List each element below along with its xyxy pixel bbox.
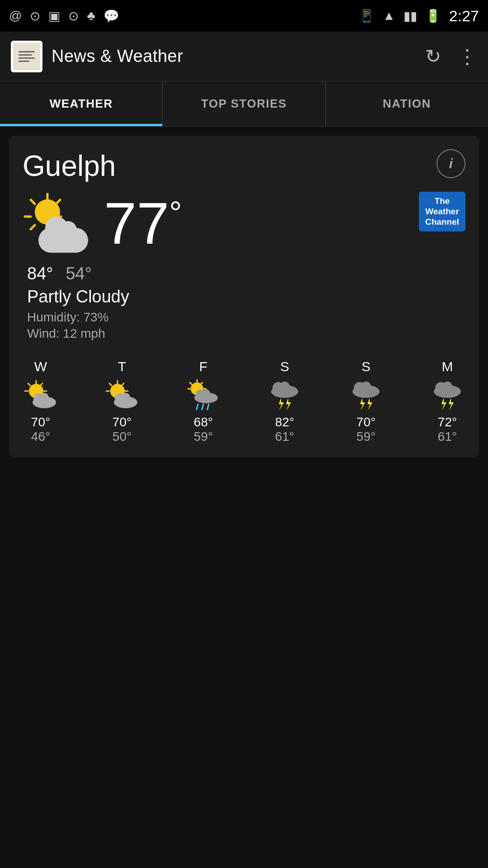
svg-point-48 xyxy=(361,382,371,392)
refresh-icon[interactable]: ↻ xyxy=(425,45,441,67)
svg-line-14 xyxy=(40,383,42,386)
svg-line-24 xyxy=(122,383,124,386)
tab-nation[interactable]: NATION xyxy=(326,81,488,126)
steam-icon: ⊙ xyxy=(30,9,40,24)
at-icon: @ xyxy=(9,9,22,23)
humidity: Humidity: 73% xyxy=(27,310,465,325)
svg-line-6 xyxy=(31,225,35,229)
svg-point-28 xyxy=(121,393,130,402)
forecast-temps-m: 72° 61° xyxy=(438,415,457,444)
forecast-icon-w xyxy=(23,379,59,410)
forecast-day-t1: T 70° xyxy=(104,359,140,444)
app-title: News & Weather xyxy=(52,47,425,66)
weather-channel-badge: TheWeatherChannel xyxy=(419,192,465,231)
svg-line-38 xyxy=(197,404,198,410)
high-temp: 84° xyxy=(27,264,53,283)
main-content: Guelph i xyxy=(0,127,488,467)
status-bar: @ ⊙ ▣ ⊙ ♣ 💬 📱 ▲ ▮▮ 🔋 2:27 xyxy=(0,0,488,32)
forecast-day-f: F xyxy=(185,359,221,444)
svg-line-39 xyxy=(202,404,203,410)
svg-point-37 xyxy=(202,389,210,397)
forecast-icon-s1 xyxy=(267,379,303,410)
forecast-icon-f xyxy=(185,379,221,410)
low-temp: 54° xyxy=(66,264,91,283)
svg-marker-54 xyxy=(441,398,446,410)
phone-icon: 📱 xyxy=(359,9,375,24)
forecast-temps-t1: 70° 50° xyxy=(113,415,131,444)
tab-top-stories[interactable]: TOP STORIES xyxy=(163,81,325,126)
status-time: 2:27 xyxy=(449,7,479,25)
svg-point-18 xyxy=(40,393,49,402)
forecast-temps-s2: 70° 59° xyxy=(357,415,375,444)
weather-card: Guelph i xyxy=(9,136,479,458)
steam2-icon: ⊙ xyxy=(68,9,79,24)
app-header: News & Weather ↻ ⋮ xyxy=(0,32,488,81)
status-icons-right: 📱 ▲ ▮▮ 🔋 2:27 xyxy=(359,7,479,25)
tab-weather[interactable]: WEATHER xyxy=(0,81,163,126)
svg-line-23 xyxy=(109,383,112,386)
svg-line-40 xyxy=(207,404,209,410)
weather-details: 84° 54° Partly Cloudy Humidity: 73% Wind… xyxy=(27,264,465,341)
svg-point-43 xyxy=(280,382,290,392)
chat-icon: 💬 xyxy=(103,9,119,24)
svg-line-5 xyxy=(56,200,60,204)
forecast-icon-s2 xyxy=(348,379,384,410)
more-options-icon[interactable]: ⋮ xyxy=(457,52,477,61)
high-low-temps: 84° 54° xyxy=(27,264,465,283)
forecast-temps-w: 70° 46° xyxy=(31,415,50,444)
current-weather-icon xyxy=(23,192,95,255)
forecast-day-s2: S 70° 59° xyxy=(348,359,384,444)
city-header: Guelph i xyxy=(23,149,465,183)
svg-line-13 xyxy=(28,383,30,386)
forecast-icon-m xyxy=(429,379,465,410)
status-icons-left: @ ⊙ ▣ ⊙ ♣ 💬 xyxy=(9,9,119,24)
app-logo xyxy=(11,41,42,72)
svg-marker-50 xyxy=(367,398,372,410)
header-actions: ↻ ⋮ xyxy=(425,45,477,67)
svg-line-4 xyxy=(31,200,35,204)
forecast-day-w: W 70° xyxy=(23,359,59,444)
svg-line-32 xyxy=(190,382,192,385)
forecast-icon-t1 xyxy=(104,379,140,410)
svg-marker-44 xyxy=(279,398,284,410)
forecast-temps-s1: 82° 61° xyxy=(275,415,294,444)
current-weather: 77° TheWeatherChannel xyxy=(23,192,465,255)
steam3-icon: ♣ xyxy=(87,9,95,23)
info-button[interactable]: i xyxy=(436,149,465,178)
tabs-bar: WEATHER TOP STORIES NATION xyxy=(0,81,488,127)
forecast-temps-f: 68° 59° xyxy=(194,415,213,444)
svg-point-53 xyxy=(442,382,452,392)
city-name: Guelph xyxy=(23,149,116,183)
image-icon: ▣ xyxy=(48,9,60,24)
svg-marker-55 xyxy=(449,398,454,410)
forecast-day-s1: S 82° 61° xyxy=(267,359,303,444)
wifi-icon: ▲ xyxy=(383,9,395,23)
battery-icon: 🔋 xyxy=(425,9,441,24)
wind: Wind: 12 mph xyxy=(27,326,465,341)
svg-marker-49 xyxy=(360,398,365,410)
svg-marker-45 xyxy=(286,398,291,410)
weather-condition: Partly Cloudy xyxy=(27,287,465,307)
signal-icon: ▮▮ xyxy=(404,9,417,24)
current-temperature: 77° xyxy=(104,194,182,253)
forecast-day-m: M 72° 61° xyxy=(429,359,465,444)
forecast-row: W 70° xyxy=(23,359,465,444)
